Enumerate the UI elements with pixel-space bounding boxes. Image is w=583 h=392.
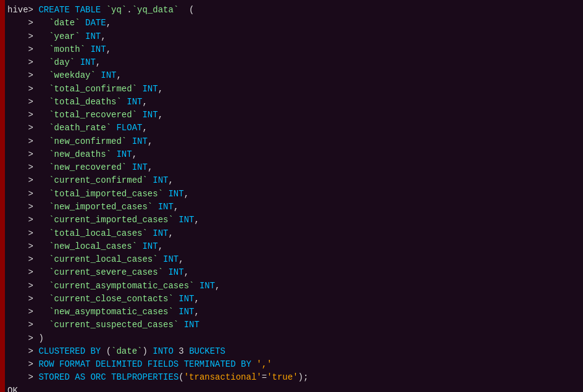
line-19: > `new_local_cases` INT, [7, 240, 578, 253]
terminal-window[interactable]: hive> CREATE TABLE `yq`.`yq_data` ( > `d… [0, 0, 583, 392]
line-7: > `total_confirmed` INT, [7, 83, 578, 96]
line-5: > `day` INT, [7, 56, 578, 69]
line-21: > `current_severe_cases` INT, [7, 266, 578, 279]
line-6: > `weekday` INT, [7, 69, 578, 82]
line-8: > `total_deaths` INT, [7, 96, 578, 109]
line-20: > `current_local_cases` INT, [7, 253, 578, 266]
line-17: > `current_imported_cases` INT, [7, 214, 578, 227]
line-23: > `current_close_contacts` INT, [7, 293, 578, 306]
line-15: > `total_imported_cases` INT, [7, 188, 578, 201]
line-2: > `date` DATE, [7, 17, 578, 30]
line-14: > `current_confirmed` INT, [7, 174, 578, 187]
left-accent-bar [0, 0, 5, 392]
line-18: > `total_local_cases` INT, [7, 227, 578, 240]
line-25: > `current_suspected_cases` INT [7, 319, 578, 332]
line-28: > ROW FORMAT DELIMITED FIELDS TERMINATED… [7, 358, 578, 371]
line-ok: OK [7, 385, 578, 392]
line-12: > `new_deaths` INT, [7, 148, 578, 161]
line-13: > `new_recovered` INT, [7, 161, 578, 174]
line-3: > `year` INT, [7, 30, 578, 43]
line-16: > `new_imported_cases` INT, [7, 201, 578, 214]
line-24: > `new_asymptomatic_cases` INT, [7, 306, 578, 319]
line-1: hive> CREATE TABLE `yq`.`yq_data` ( [7, 4, 578, 17]
line-4: > `month` INT, [7, 43, 578, 56]
line-11: > `new_confirmed` INT, [7, 135, 578, 148]
line-26: > ) [7, 332, 578, 345]
line-9: > `total_recovered` INT, [7, 109, 578, 122]
line-27: > CLUSTERED BY (`date`) INTO 3 BUCKETS [7, 345, 578, 358]
terminal-content: hive> CREATE TABLE `yq`.`yq_data` ( > `d… [5, 4, 578, 392]
line-22: > `current_asymptomatic_cases` INT, [7, 280, 578, 293]
line-10: > `death_rate` FLOAT, [7, 122, 578, 135]
line-29: > STORED AS ORC TBLPROPERTIES('transacti… [7, 371, 578, 384]
